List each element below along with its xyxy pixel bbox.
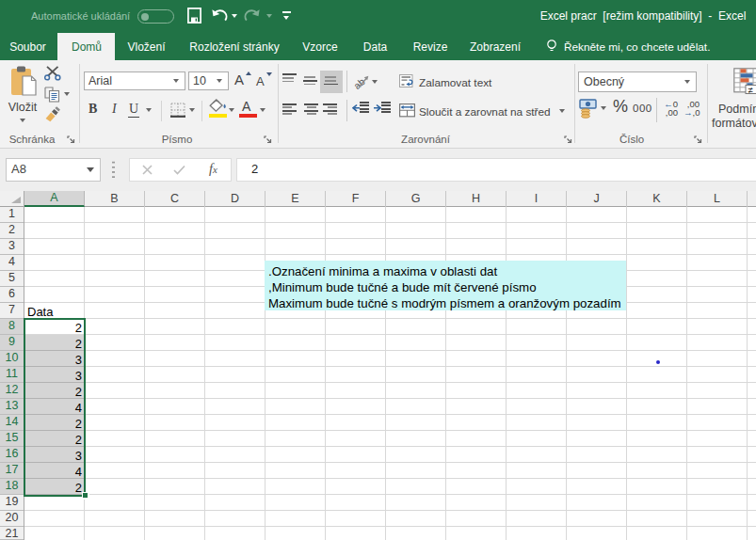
svg-text:≠: ≠ [748,85,753,95]
